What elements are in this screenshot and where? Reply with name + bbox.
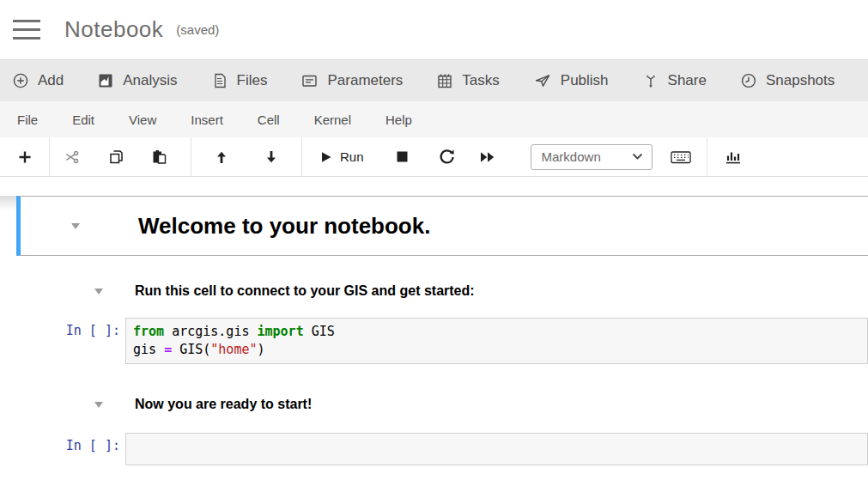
tasks-icon <box>436 72 453 89</box>
input-prompt: In [ ]: <box>0 318 125 338</box>
publish-icon <box>533 72 552 89</box>
code-token: GIS( <box>172 342 210 357</box>
move-cell-up-button[interactable] <box>197 137 246 177</box>
parameters-label: Parameters <box>327 72 403 89</box>
menu-view[interactable]: View <box>129 112 156 127</box>
interrupt-kernel-button[interactable] <box>378 137 428 177</box>
add-label: Add <box>38 72 64 89</box>
save-status: (saved) <box>176 22 219 37</box>
share-icon <box>642 72 659 89</box>
cell-type-value: Markdown <box>542 149 601 164</box>
paste-icon <box>151 149 167 165</box>
parameters-button[interactable]: Parameters <box>300 72 403 89</box>
bar-chart-icon <box>725 149 742 165</box>
analysis-label: Analysis <box>123 72 177 89</box>
open-analysis-panel-button[interactable] <box>707 137 759 177</box>
parameters-icon <box>300 72 319 89</box>
code-editor[interactable]: from arcgis.gis import GISgis = GIS("hom… <box>125 318 868 364</box>
collapse-toggle-icon[interactable] <box>94 402 103 408</box>
cell-toolbar: Run Markdown <box>0 137 868 177</box>
code-token: gis <box>133 342 164 357</box>
snapshots-label: Snapshots <box>766 72 835 89</box>
plus-icon <box>17 149 33 165</box>
publish-label: Publish <box>561 72 609 89</box>
code-cell-empty[interactable]: In [ ]: <box>0 433 868 465</box>
code-token: GIS <box>304 324 335 339</box>
menu-file[interactable]: File <box>17 112 38 127</box>
publish-button[interactable]: Publish <box>533 72 609 89</box>
toolbar-divider <box>301 137 302 177</box>
analysis-button[interactable]: Analysis <box>97 72 177 89</box>
app-toolbar: Add Analysis Files Parameters Tasks Publ… <box>0 59 868 101</box>
arrow-down-icon <box>264 149 279 165</box>
markdown-cell-welcome[interactable]: Welcome to your notebook. <box>16 196 868 256</box>
restart-icon <box>439 149 455 165</box>
code-cell-gis[interactable]: In [ ]: from arcgis.gis import GISgis = … <box>0 318 868 364</box>
restart-run-all-button[interactable] <box>467 137 508 177</box>
copy-icon <box>108 149 124 165</box>
menu-edit[interactable]: Edit <box>72 112 94 127</box>
code-token: = <box>164 342 172 357</box>
code-token: arcgis.gis <box>164 324 257 339</box>
tasks-label: Tasks <box>462 72 499 89</box>
notebook-area: Welcome to your notebook. Run this cell … <box>0 196 868 498</box>
code-token: import <box>258 324 304 339</box>
chevron-down-icon <box>632 153 643 161</box>
stop-icon <box>396 150 409 163</box>
share-label: Share <box>668 72 707 89</box>
cell-type-select[interactable]: Markdown <box>531 144 653 170</box>
toolbar-divider <box>191 137 191 177</box>
code-token: ) <box>258 342 265 357</box>
command-palette-button[interactable] <box>655 137 707 177</box>
input-prompt: In [ ]: <box>0 433 125 453</box>
files-icon <box>211 72 228 89</box>
menu-kernel[interactable]: Kernel <box>314 112 351 127</box>
add-button[interactable]: Add <box>12 72 64 89</box>
markdown-heading-3: Now you are ready to start! <box>135 397 312 412</box>
copy-cell-button[interactable] <box>94 137 137 177</box>
clock-icon <box>740 72 757 89</box>
cut-cell-button[interactable] <box>50 137 94 177</box>
play-icon <box>319 150 333 164</box>
share-button[interactable]: Share <box>642 72 707 89</box>
notebook-title: Notebook <box>64 16 163 43</box>
scissors-icon <box>64 149 80 165</box>
circle-plus-icon <box>12 72 29 89</box>
paste-cell-button[interactable] <box>137 137 180 177</box>
move-cell-down-button[interactable] <box>246 137 296 177</box>
markdown-cell-ready[interactable]: Now you are ready to start! <box>0 397 868 412</box>
collapse-toggle-icon[interactable] <box>94 288 103 295</box>
fast-forward-icon <box>479 150 495 164</box>
code-token: from <box>133 324 164 339</box>
keyboard-icon <box>671 149 691 165</box>
tasks-button[interactable]: Tasks <box>436 72 499 89</box>
files-button[interactable]: Files <box>211 72 268 89</box>
run-label: Run <box>340 149 364 164</box>
markdown-heading-3: Run this cell to connect to your GIS and… <box>135 283 475 299</box>
hamburger-menu-icon[interactable] <box>13 14 40 46</box>
arrow-up-icon <box>214 149 229 165</box>
notebook-menu-bar: File Edit View Insert Cell Kernel Help <box>0 101 868 137</box>
snapshots-button[interactable]: Snapshots <box>740 72 835 89</box>
menu-insert[interactable]: Insert <box>191 112 223 127</box>
files-label: Files <box>237 72 268 89</box>
markdown-heading-1: Welcome to your notebook. <box>138 213 430 240</box>
menu-cell[interactable]: Cell <box>258 112 280 127</box>
analysis-icon <box>97 72 114 89</box>
run-button[interactable]: Run <box>319 137 364 177</box>
restart-kernel-button[interactable] <box>428 137 467 177</box>
code-editor[interactable] <box>125 433 868 465</box>
code-token: "home" <box>210 342 257 357</box>
add-cell-button[interactable] <box>0 137 49 177</box>
menu-help[interactable]: Help <box>385 112 412 127</box>
app-header: Notebook (saved) <box>0 0 868 59</box>
markdown-cell-connect[interactable]: Run this cell to connect to your GIS and… <box>0 283 868 299</box>
collapse-toggle-icon[interactable] <box>71 223 80 229</box>
